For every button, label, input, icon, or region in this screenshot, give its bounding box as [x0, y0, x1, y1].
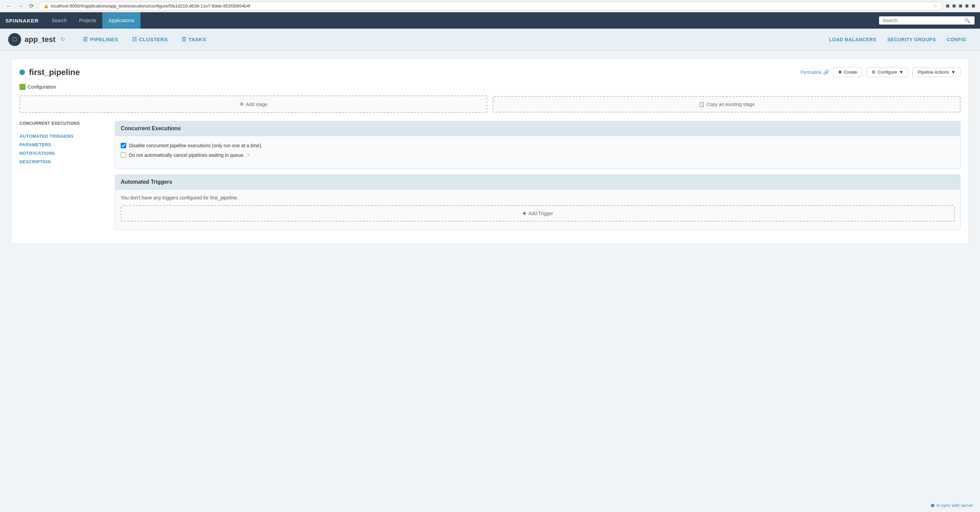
plus-trigger-icon: ✚ [522, 211, 527, 216]
status-bar: In sync with server [931, 503, 973, 504]
lock-icon: 🔒 [44, 4, 49, 8]
sidebar-link-automated-triggers[interactable]: AUTOMATED TRIGGERS [19, 132, 110, 140]
ext-icon-5[interactable]: ■ [971, 2, 976, 10]
config-body: CONCURRENT EXECUTIONS AUTOMATED TRIGGERS… [19, 121, 961, 235]
nav-clusters[interactable]: ☷ CLUSTERS [125, 29, 175, 51]
top-nav: SPINNAKER Search Projects Applications 🔍 [0, 12, 980, 29]
permalink-icon: 🔗 [823, 70, 829, 75]
reload-button[interactable]: ⟳ [27, 2, 36, 10]
app-logo: □ app_test ↻ [8, 33, 65, 46]
bookmark-icon[interactable]: ☆ [933, 3, 937, 8]
top-search-box[interactable]: 🔍 [879, 16, 975, 25]
app-nav-right: LOAD BALANCERS SECURITY GROUPS CONFIG [824, 29, 972, 51]
nav-config[interactable]: CONFIG [942, 29, 972, 51]
main-content: first_pipeline Permalink 🔗 ✚ Create ⚙ Co… [0, 51, 980, 504]
config-main: Concurrent Executions Disable concurrent… [115, 121, 961, 235]
concurrent-executions-body: Disable concurrent pipeline executions (… [115, 136, 960, 169]
url-bar[interactable]: 🔒 localhost:9000/#/applications/app_test… [38, 2, 942, 10]
app-name: app_test [25, 35, 55, 44]
permalink-link[interactable]: Permalink 🔗 [801, 70, 829, 75]
add-stage-button[interactable]: ✚ Add stage [19, 95, 487, 113]
concurrent-executions-header: Concurrent Executions [115, 121, 960, 136]
triggers-empty-text: You don't have any triggers configured f… [115, 195, 960, 200]
browser-bar: ← → ⟳ 🔒 localhost:9000/#/applications/ap… [0, 0, 980, 12]
checkbox-row-1: Disable concurrent pipeline executions (… [121, 143, 955, 148]
pipeline-actions-button[interactable]: Pipeline Actions ▼ [913, 67, 961, 77]
copy-icon: 📋 [699, 102, 705, 107]
dropdown-icon: ▼ [899, 70, 903, 75]
app-nav: □ app_test ↻ ☰ PIPELINES ☷ CLUSTERS ☰ TA… [0, 29, 980, 51]
checkbox-row-2: Do not automatically cancel pipelines wa… [121, 153, 955, 158]
automated-triggers-section: Automated Triggers You don't have any tr… [115, 175, 961, 230]
disable-concurrent-checkbox[interactable] [121, 143, 126, 148]
tasks-label: TASKS [189, 37, 206, 42]
brand-logo: SPINNAKER [5, 18, 38, 24]
clusters-icon: ☷ [132, 36, 137, 43]
pipeline-status-dot [19, 70, 25, 75]
sidebar-link-parameters[interactable]: PARAMETERS [19, 140, 110, 149]
ext-icon-1[interactable]: ■ [945, 2, 950, 10]
automated-triggers-body: You don't have any triggers configured f… [115, 189, 960, 230]
search-icon: 🔍 [964, 18, 970, 23]
browser-nav-buttons[interactable]: ← → ⟳ [4, 2, 36, 10]
top-search-input[interactable] [883, 18, 964, 23]
pipeline-header: first_pipeline Permalink 🔗 ✚ Create ⚙ Co… [19, 67, 961, 77]
back-button[interactable]: ← [4, 2, 14, 10]
config-badge: Configuration [19, 84, 961, 90]
pipelines-label: PIPELINES [90, 37, 118, 42]
automated-triggers-header: Automated Triggers [115, 175, 960, 189]
app-logo-icon: □ [8, 33, 21, 46]
config-sidebar: CONCURRENT EXECUTIONS AUTOMATED TRIGGERS… [19, 121, 115, 235]
pipeline-header-actions: Permalink 🔗 ✚ Create ⚙ Configure ▼ Pipel… [801, 67, 961, 77]
add-trigger-button[interactable]: ✚ Add Trigger [121, 205, 955, 221]
forward-button[interactable]: → [16, 2, 25, 10]
help-icon[interactable]: ? [247, 153, 250, 158]
concurrent-executions-label: CONCURRENT EXECUTIONS [19, 121, 110, 128]
status-label: In sync with server [936, 503, 973, 504]
nav-projects[interactable]: Projects [73, 12, 103, 29]
pipeline-title: first_pipeline [29, 67, 801, 77]
config-icon [19, 84, 25, 90]
config-section-label: Configuration [28, 84, 56, 90]
sidebar-link-notifications[interactable]: NOTIFICATIONS [19, 149, 110, 157]
refresh-icon[interactable]: ↻ [61, 36, 65, 43]
configure-button[interactable]: ⚙ Configure ▼ [867, 67, 908, 77]
ext-icon-4[interactable]: ■ [964, 2, 969, 10]
caret-icon: ▼ [951, 70, 955, 75]
gear-icon: ⚙ [872, 70, 876, 75]
ext-icon-3[interactable]: ■ [958, 2, 963, 10]
permalink-label: Permalink [801, 70, 822, 75]
clusters-label: CLUSTERS [139, 37, 168, 42]
nav-applications[interactable]: Applications [102, 12, 140, 29]
disable-concurrent-label[interactable]: Disable concurrent pipeline executions (… [129, 143, 262, 148]
ext-icon-2[interactable]: ■ [952, 2, 957, 10]
create-icon: ✚ [838, 70, 842, 75]
nav-search[interactable]: Search [45, 12, 73, 29]
pipeline-card: first_pipeline Permalink 🔗 ✚ Create ⚙ Co… [11, 59, 969, 244]
nav-tasks[interactable]: ☰ TASKS [175, 29, 213, 51]
extension-icons: ■ ■ ■ ■ ■ [945, 2, 976, 10]
concurrent-executions-section: Concurrent Executions Disable concurrent… [115, 121, 961, 169]
plus-icon: ✚ [239, 101, 244, 107]
pipelines-icon: ☰ [83, 36, 88, 43]
tasks-icon: ☰ [181, 36, 186, 43]
nav-security-groups[interactable]: SECURITY GROUPS [882, 29, 942, 51]
nav-pipelines[interactable]: ☰ PIPELINES [76, 29, 125, 51]
url-text: localhost:9000/#/applications/app_test/e… [51, 3, 931, 8]
no-cancel-checkbox[interactable] [121, 153, 126, 158]
copy-stage-button[interactable]: 📋 Copy an existing stage [493, 96, 961, 113]
create-button[interactable]: ✚ Create [833, 67, 862, 77]
nav-load-balancers[interactable]: LOAD BALANCERS [824, 29, 881, 51]
no-cancel-label[interactable]: Do not automatically cancel pipelines wa… [129, 153, 245, 158]
stage-area: ✚ Add stage 📋 Copy an existing stage [19, 95, 961, 113]
status-dot [931, 504, 934, 505]
sidebar-link-description[interactable]: DESCRIPTION [19, 157, 110, 166]
